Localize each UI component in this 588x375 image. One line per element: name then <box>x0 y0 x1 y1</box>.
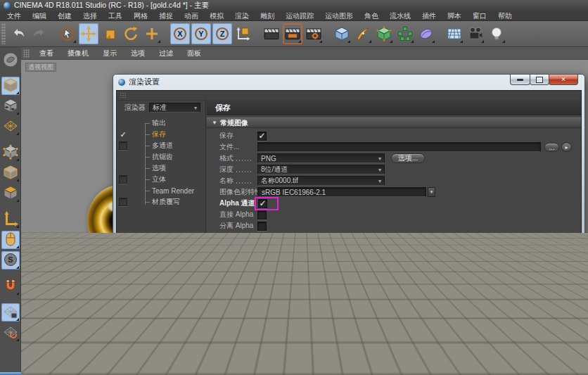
dialog-grip[interactable] <box>120 92 127 98</box>
menu-item[interactable]: 捕捉 <box>153 11 179 21</box>
section-regular-image[interactable]: ▼ 常规图像 <box>207 117 581 128</box>
axis-mode-button[interactable] <box>1 210 20 229</box>
checkbox-checked[interactable]: ✓ <box>258 199 267 208</box>
render-preset-item[interactable]: 我的渲染设置 <box>117 286 205 298</box>
tree-stub <box>145 202 150 203</box>
file-path-input[interactable] <box>257 142 541 152</box>
menu-item[interactable]: 模拟 <box>204 11 229 21</box>
dropdown[interactable]: 8位/通道▾ <box>257 165 385 174</box>
color-profile-field[interactable]: sRGB IEC61966-2.1 <box>257 187 426 197</box>
polygons-mode-button[interactable] <box>1 184 20 203</box>
section-compositing-file[interactable]: ▶ 合成方案文件 <box>207 256 581 267</box>
tree-item[interactable]: 选项 <box>117 163 205 174</box>
menu-item[interactable]: 编辑 <box>27 11 52 21</box>
texture-mode-button[interactable] <box>1 97 20 115</box>
viewport-menu-item[interactable]: 显示 <box>96 49 124 58</box>
snap-s-button[interactable]: S <box>1 251 20 269</box>
dropdown[interactable]: PNG▾ <box>257 153 385 163</box>
checkbox-unchecked[interactable] <box>257 210 267 220</box>
environment-button[interactable] <box>445 23 464 44</box>
tree-item[interactable]: 材质覆写 <box>117 196 205 208</box>
toolbar-grip[interactable] <box>1 23 6 44</box>
menu-item[interactable]: 角色 <box>359 11 384 21</box>
rotate-button[interactable] <box>121 23 141 44</box>
undo-button[interactable] <box>8 23 28 44</box>
menu-item[interactable]: 选择 <box>77 11 103 21</box>
profile-stepper-button[interactable]: ▾ <box>428 187 435 197</box>
menu-item[interactable]: 帮助 <box>492 11 518 21</box>
checkbox-unchecked[interactable] <box>257 222 267 231</box>
model-mode-button[interactable] <box>1 77 20 95</box>
menu-item[interactable]: 流水线 <box>384 11 416 21</box>
menu-item[interactable]: 渲染 <box>229 11 255 21</box>
tree-item[interactable]: 输出 <box>117 117 205 129</box>
magnet-snap-button[interactable] <box>1 277 20 295</box>
viewport-menu-item[interactable]: 摄像机 <box>60 49 96 58</box>
tree-item[interactable]: 多通道 <box>117 140 205 151</box>
tree-item-checkbox-checked[interactable]: ✓ <box>119 130 127 139</box>
workplane-grid-button[interactable] <box>1 324 20 342</box>
scale-button[interactable] <box>100 23 120 44</box>
axis-lock-button[interactable] <box>142 23 162 44</box>
file-token-menu-button[interactable]: ▸ <box>561 142 572 152</box>
workplane-mode-button[interactable] <box>1 117 20 136</box>
menu-item[interactable]: 插件 <box>416 11 442 21</box>
axis-x-button[interactable]: X <box>170 23 190 44</box>
move-button[interactable] <box>79 23 98 44</box>
viewport-menu-item[interactable]: 过滤 <box>152 49 180 58</box>
axis-y-button[interactable]: Y <box>191 23 211 44</box>
render-view-button[interactable] <box>262 23 281 44</box>
tree-item[interactable]: 抗锯齿 <box>117 151 205 163</box>
renderer-dropdown[interactable]: 标准 ▾ <box>149 103 200 113</box>
tree-item[interactable]: Team Render <box>117 185 205 196</box>
lights-button[interactable] <box>487 23 506 44</box>
close-button[interactable]: ✕ <box>549 75 578 85</box>
mouse-input-button[interactable] <box>1 231 20 249</box>
generators-button[interactable] <box>374 23 394 44</box>
tree-item-checkbox-unchecked[interactable] <box>119 141 127 150</box>
spline-pen-button[interactable] <box>353 23 373 44</box>
render-picture-viewer-button[interactable] <box>283 23 302 44</box>
deformers-button[interactable] <box>416 23 436 44</box>
tree-item[interactable]: ✓保存 <box>117 129 205 140</box>
mograph-button[interactable] <box>395 23 415 44</box>
checkbox-checked[interactable]: ✓ <box>257 244 267 253</box>
axis-z-button[interactable]: Z <box>212 23 232 44</box>
mode-palette-icon[interactable] <box>0 47 21 72</box>
browse-button[interactable]: ... <box>544 143 559 152</box>
tree-item[interactable]: 立体 <box>117 174 205 185</box>
menu-item[interactable]: 运动图形 <box>319 11 359 21</box>
format-options-button[interactable]: 选项... <box>391 153 425 163</box>
coordinate-system-button[interactable] <box>234 23 253 44</box>
dropdown[interactable]: 名称0000.tif▾ <box>257 176 385 186</box>
points-mode-button[interactable] <box>1 144 20 162</box>
checkbox-checked[interactable]: ✓ <box>257 233 267 242</box>
viewport-menu-item[interactable]: 选项 <box>124 49 152 58</box>
tree-item-checkbox-unchecked[interactable] <box>119 175 127 184</box>
menu-item[interactable]: 运动跟踪 <box>280 11 319 21</box>
menu-item[interactable]: 文件 <box>1 11 27 21</box>
menu-item[interactable]: 脚本 <box>442 11 467 21</box>
maximize-button[interactable] <box>530 75 549 85</box>
render-settings-button[interactable]: 渲染设置... <box>122 357 200 368</box>
menu-item[interactable]: 窗口 <box>467 11 492 21</box>
viewport-menu-item[interactable]: 查看 <box>32 49 60 58</box>
menu-item[interactable]: 网格 <box>128 11 153 21</box>
workplane-lock-button[interactable] <box>1 303 20 322</box>
viewport-menu-item[interactable]: 面板 <box>180 49 208 58</box>
multipass-render-button[interactable]: 多通道渲染... <box>161 271 203 281</box>
camera-button[interactable] <box>466 23 485 44</box>
primitives-button[interactable] <box>332 23 352 44</box>
menu-item[interactable]: 创建 <box>52 11 77 21</box>
checkbox-checked[interactable]: ✓ <box>257 132 267 141</box>
live-selection-button[interactable] <box>58 23 77 44</box>
menu-item[interactable]: 动画 <box>179 11 204 21</box>
render-settings-button[interactable] <box>304 23 324 44</box>
menu-item[interactable]: 工具 <box>103 11 128 21</box>
viewport-menu-grip[interactable] <box>23 49 30 58</box>
edges-mode-button[interactable] <box>1 164 20 182</box>
menu-item[interactable]: 雕刻 <box>255 11 280 21</box>
tree-item-checkbox-unchecked[interactable] <box>119 198 127 206</box>
effects-button[interactable]: 效果... <box>119 271 158 281</box>
minimize-button[interactable] <box>510 75 530 85</box>
